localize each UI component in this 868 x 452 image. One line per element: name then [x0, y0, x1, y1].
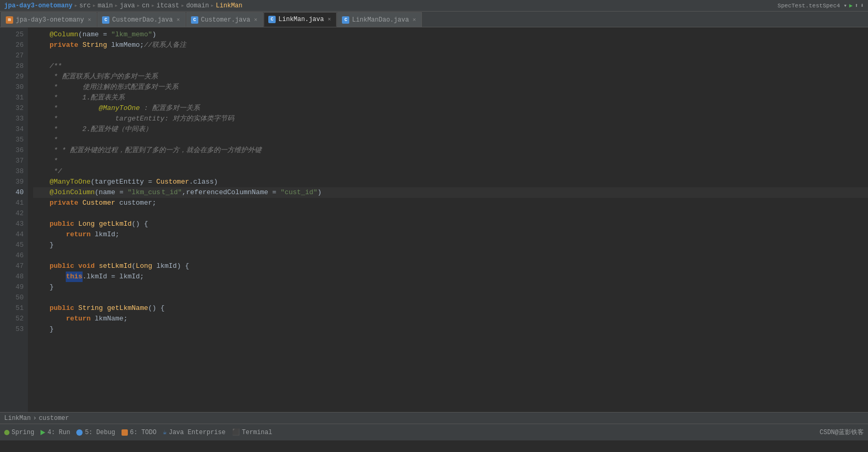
code-line-48: this.lkmId = lkmId; [33, 272, 868, 282]
spring-tool[interactable]: Spring [4, 429, 34, 436]
ln-34: 34 [4, 124, 24, 135]
line-numbers: 25 26 27 28 29 30 31 32 33 34 35 36 37 3… [4, 27, 28, 412]
sep4: ▸ [137, 2, 140, 9]
tab-icon-customer: C [191, 16, 198, 24]
java-tool[interactable]: ☕ Java Enterprise [163, 428, 225, 436]
bottom-breadcrumb: LinkMan › customer [0, 412, 868, 424]
code-line-37: * [33, 156, 868, 166]
code-line-35: * [33, 135, 868, 145]
todo-tool[interactable]: 6: TODO [122, 429, 156, 436]
java-label: Java Enterprise [169, 429, 226, 436]
tab-icon-jpa: m [6, 16, 13, 24]
tab-icon-linkman: C [268, 16, 276, 23]
breadcrumb-linkman[interactable]: LinkMan [216, 2, 242, 9]
run-config-selector[interactable]: SpecTest.testSpec4 ▾ ▶ ⬆ ⬇ [778, 2, 864, 9]
bottom-breadcrumb-customer[interactable]: customer [39, 415, 69, 422]
ln-37: 37 [4, 156, 24, 166]
tab-close-linkmandao[interactable]: × [411, 16, 417, 24]
tab-close-customerdao[interactable]: × [175, 16, 181, 24]
tab-icon-linkmandao: C [342, 16, 349, 24]
tab-close-customer[interactable]: × [253, 16, 259, 24]
code-line-33: * targetEntity: 对方的实体类字节码 [33, 114, 868, 124]
breadcrumb-src[interactable]: src [79, 2, 91, 9]
debug-label: 5: Debug [85, 429, 115, 436]
code-line-53: } [33, 324, 868, 335]
terminal-label: Terminal [242, 429, 272, 436]
ln-38: 38 [4, 166, 24, 177]
code-line-29: * 配置联系人到客户的多对一关系 [33, 72, 868, 82]
java-icon: ☕ [163, 428, 166, 436]
tab-close-linkman[interactable]: × [327, 16, 332, 23]
ln-41: 41 [4, 198, 24, 208]
breadcrumb-domain[interactable]: domain [186, 2, 209, 9]
code-line-36: * * 配置外键的过程，配置到了多的一方，就会在多的一方维护外键 [33, 145, 868, 156]
run-config-label: SpecTest.testSpec4 ▾ [778, 2, 847, 9]
code-line-32: * @ManyToOne : 配置多对一关系 [33, 103, 868, 114]
ln-48: 48 [4, 272, 24, 282]
breadcrumb-cn[interactable]: cn [142, 2, 149, 9]
tab-bar: m jpa-day3-onetomany × C CustomerDao.jav… [0, 12, 868, 27]
code-line-30: * 使用注解的形式配置多对一关系 [33, 82, 868, 93]
tab-label-linkmandao: LinkManDao.java [352, 16, 409, 24]
run-tool[interactable]: 4: Run [41, 429, 70, 436]
tab-label-customerdao: CustomerDao.java [112, 16, 173, 24]
code-line-38: */ [33, 166, 868, 177]
tab-jpa-day3[interactable]: m jpa-day3-onetomany × [1, 12, 97, 27]
ln-35: 35 [4, 135, 24, 145]
tab-label-jpa: jpa-day3-onetomany [16, 16, 84, 24]
brand: CSDN@蓝影铁客 [820, 428, 864, 437]
ln-28: 28 [4, 61, 24, 72]
code-line-50 [33, 293, 868, 303]
tab-close-jpa[interactable]: × [87, 16, 93, 24]
ln-51: 51 [4, 303, 24, 314]
code-area[interactable]: @Column(name = "lkm_memo") private Strin… [28, 27, 868, 412]
ln-40: 40 [4, 187, 24, 198]
ln-49: 49 [4, 282, 24, 293]
ln-33: 33 [4, 114, 24, 124]
code-line-49: } [33, 282, 868, 293]
bottom-breadcrumb-sep: › [33, 415, 36, 422]
ln-45: 45 [4, 240, 24, 250]
tab-linkmandao[interactable]: C LinkManDao.java × [337, 12, 422, 27]
breadcrumb-itcast[interactable]: itcast [156, 2, 179, 9]
code-line-27 [33, 51, 868, 61]
nav-icon2: ⬇ [860, 2, 864, 9]
code-line-26: private String lkmMemo;//联系人备注 [33, 40, 868, 51]
ln-47: 47 [4, 261, 24, 272]
run-icon: ▶ [849, 2, 853, 9]
bottom-breadcrumb-linkman[interactable]: LinkMan [4, 415, 31, 422]
code-line-39: @ManyToOne(targetEntity = Customer.class… [33, 177, 868, 187]
ln-26: 26 [4, 40, 24, 51]
spring-label: Spring [12, 429, 34, 436]
ln-31: 31 [4, 93, 24, 103]
tab-label-customer: Customer.java [201, 16, 250, 24]
ln-44: 44 [4, 229, 24, 240]
tab-icon-customerdao: C [102, 16, 109, 24]
tab-customerdao[interactable]: C CustomerDao.java × [97, 12, 186, 27]
ln-39: 39 [4, 177, 24, 187]
terminal-tool[interactable]: ⬛ Terminal [232, 428, 272, 436]
sep5: ▸ [151, 2, 155, 9]
ln-52: 52 [4, 314, 24, 324]
ln-42: 42 [4, 208, 24, 219]
nav-icon1: ⬆ [855, 2, 859, 9]
code-line-31: * 1.配置表关系 [33, 93, 868, 103]
ln-53: 53 [4, 324, 24, 335]
editor-container: 25 26 27 28 29 30 31 32 33 34 35 36 37 3… [0, 27, 868, 412]
ln-30: 30 [4, 82, 24, 93]
code-line-47: public void setLkmId(Long lkmId) { [33, 261, 868, 272]
breadcrumb-main[interactable]: main [98, 2, 113, 9]
ln-27: 27 [4, 51, 24, 61]
debug-tool[interactable]: 5: Debug [76, 429, 115, 436]
terminal-icon: ⬛ [232, 428, 240, 436]
tab-customer[interactable]: C Customer.java × [186, 12, 263, 27]
breadcrumb-java[interactable]: java [120, 2, 135, 9]
code-line-46 [33, 250, 868, 261]
spring-icon [4, 430, 9, 435]
todo-icon [122, 429, 128, 436]
breadcrumb-project[interactable]: jpa-day3-onetomany [4, 2, 73, 9]
sep6: ▸ [181, 2, 185, 9]
code-line-40: @JoinColumn(name = "lkm_cust_id",referen… [33, 187, 868, 198]
tab-linkman[interactable]: C LinkMan.java × [264, 12, 337, 27]
code-line-43: public Long getLkmId() { [33, 219, 868, 229]
